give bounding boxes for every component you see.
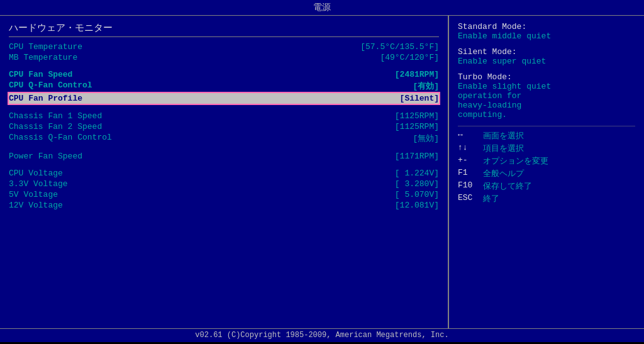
row-value: [ 1.224V] <box>395 169 439 178</box>
key-help-row: F1全般ヘルプ <box>458 168 635 179</box>
table-row: Chassis Fan 2 Speed[1125RPM] <box>9 122 439 131</box>
title-bar: 電源 <box>0 0 644 16</box>
row-label: Chassis Q-Fan Control <box>9 133 112 144</box>
spacer <box>9 162 439 167</box>
table-row: Chassis Q-Fan Control[無効] <box>9 133 439 144</box>
key-desc: 終了 <box>483 193 499 204</box>
right-section: Standard Mode:Enable middle quiet <box>458 22 635 41</box>
panel-title: ハードウェア・モニター <box>9 22 439 37</box>
row-value: [49°C/120°F] <box>380 53 439 62</box>
row-value: [ 5.070V] <box>395 190 439 199</box>
table-row: Power Fan Speed[1171RPM] <box>9 152 439 161</box>
right-sections: Standard Mode:Enable middle quietSilent … <box>458 22 635 119</box>
section-desc: Enable middle quiet <box>458 31 635 41</box>
title-text: 電源 <box>313 3 331 13</box>
row-label: MB Temperature <box>9 53 77 62</box>
key-help-row: +-オプションを変更 <box>458 155 635 167</box>
row-label: 12V Voltage <box>9 201 63 210</box>
table-row: CPU Temperature[57.5°C/135.5°F] <box>9 42 439 52</box>
table-row: 5V Voltage[ 5.070V] <box>9 190 439 199</box>
row-value: [12.081V] <box>395 201 439 210</box>
row-value: [ 3.280V] <box>395 179 439 189</box>
row-label: 3.3V Voltage <box>9 179 68 189</box>
table-row: Chassis Fan 1 Speed[1125RPM] <box>9 111 439 121</box>
row-label: CPU Voltage <box>9 169 63 178</box>
row-label: CPU Q-Fan Control <box>9 80 92 92</box>
row-label: Chassis Fan 2 Speed <box>9 122 102 131</box>
key-symbol: ↔ <box>458 130 477 141</box>
key-help-row: ↔画面を選択 <box>458 130 635 141</box>
table-row: CPU Fan Speed[2481RPM] <box>9 70 439 79</box>
spacer <box>9 105 439 110</box>
key-symbol: ↑↓ <box>458 143 477 154</box>
row-value: [Silent] <box>400 94 439 103</box>
left-panel: ハードウェア・モニター CPU Temperature[57.5°C/135.5… <box>0 16 449 328</box>
section-title: Standard Mode: <box>458 22 635 31</box>
key-symbol: ESC <box>458 193 477 204</box>
key-help: ↔画面を選択↑↓項目を選択+-オプションを変更F1全般ヘルプF10保存して終了E… <box>458 130 635 204</box>
row-value: [57.5°C/135.5°F] <box>360 42 439 52</box>
divider <box>458 126 635 126</box>
row-label: CPU Fan Speed <box>9 70 72 79</box>
row-value: [1171RPM] <box>395 152 439 161</box>
section-desc: Enable super quiet <box>458 57 635 66</box>
row-label: CPU Fan Profile <box>9 94 82 103</box>
table-row: 12V Voltage[12.081V] <box>9 201 439 210</box>
section-desc: Enable slight quietoperation forheavy-lo… <box>458 82 635 119</box>
right-panel: Standard Mode:Enable middle quietSilent … <box>449 16 644 328</box>
key-desc: 全般ヘルプ <box>483 168 524 179</box>
key-desc: 保存して終了 <box>483 180 532 192</box>
key-help-row: ESC終了 <box>458 193 635 204</box>
row-label: 5V Voltage <box>9 190 58 199</box>
key-symbol: F10 <box>458 180 477 192</box>
row-value: [無効] <box>413 133 439 144</box>
table-row: 3.3V Voltage[ 3.280V] <box>9 179 439 189</box>
table-row: CPU Fan Profile[Silent] <box>9 93 439 104</box>
key-desc: 画面を選択 <box>483 130 524 141</box>
table-row: CPU Q-Fan Control[有効] <box>9 80 439 92</box>
right-section: Turbo Mode:Enable slight quietoperation … <box>458 72 635 119</box>
key-symbol: F1 <box>458 168 477 179</box>
row-label: Power Fan Speed <box>9 152 82 161</box>
spacer <box>9 64 439 69</box>
section-title: Turbo Mode: <box>458 72 635 82</box>
table-row: CPU Voltage[ 1.224V] <box>9 169 439 178</box>
row-label: Chassis Fan 1 Speed <box>9 111 102 121</box>
row-label: CPU Temperature <box>9 42 82 52</box>
key-desc: オプションを変更 <box>483 155 548 167</box>
table-row: MB Temperature[49°C/120°F] <box>9 53 439 62</box>
footer-text: v02.61 (C)Copyright 1985-2009, American … <box>195 331 448 340</box>
row-value: [有効] <box>413 80 439 92</box>
key-help-row: F10保存して終了 <box>458 180 635 192</box>
footer: v02.61 (C)Copyright 1985-2009, American … <box>0 328 644 342</box>
row-value: [2481RPM] <box>395 70 439 79</box>
row-value: [1125RPM] <box>395 122 439 131</box>
spacer <box>9 145 439 150</box>
key-help-row: ↑↓項目を選択 <box>458 143 635 154</box>
hardware-monitor-rows: CPU Temperature[57.5°C/135.5°F]MB Temper… <box>9 42 439 210</box>
right-section: Silent Mode:Enable super quiet <box>458 47 635 66</box>
key-symbol: +- <box>458 155 477 167</box>
key-desc: 項目を選択 <box>483 143 524 154</box>
section-title: Silent Mode: <box>458 47 635 57</box>
row-value: [1125RPM] <box>395 111 439 121</box>
